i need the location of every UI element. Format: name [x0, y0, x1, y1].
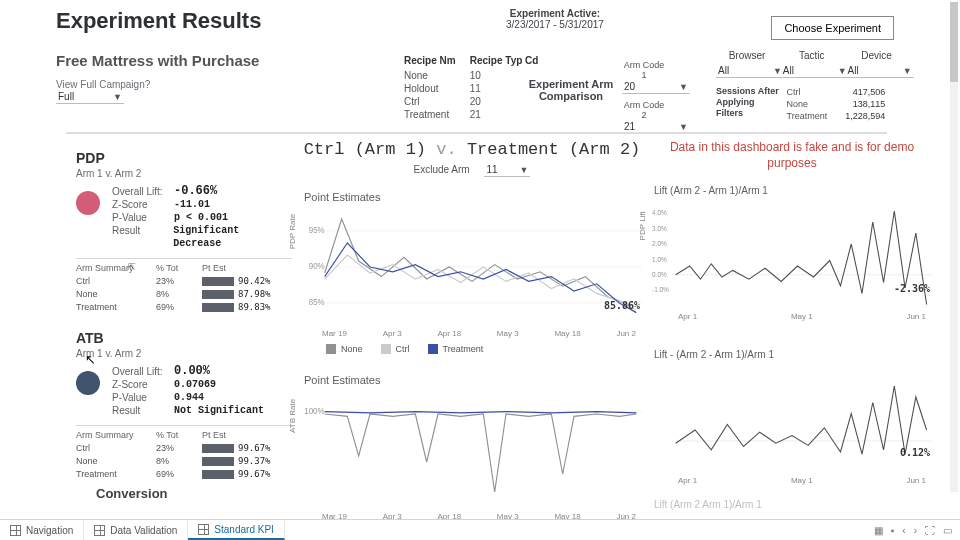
lift-column: Data in this dashboard is fake and is fo… — [652, 140, 932, 514]
kpi-subtitle: Arm 1 v. Arm 2 — [76, 348, 292, 359]
filters: Browser All▼ Tactic All▼ Device All▼ — [716, 50, 908, 78]
x-axis: Mar 19Apr 3Apr 18May 3May 18Jun 2 — [302, 327, 642, 338]
device-filter-dropdown[interactable]: All▼ — [846, 64, 914, 78]
sheet-tab-bar: Navigation Data Validation Standard KPI … — [0, 519, 960, 540]
chart-legend: None Ctrl Treatment — [326, 344, 642, 354]
tab-navigation[interactable]: Navigation — [0, 520, 84, 540]
arm-row: Ctrl23%90.42% — [76, 276, 292, 286]
caret-down-icon: ▼ — [679, 82, 688, 92]
recipe-row: Treatment21 — [404, 108, 552, 121]
arm-code-2-label: Arm Code 2 — [622, 100, 666, 120]
svg-text:2.0%: 2.0% — [652, 240, 667, 247]
kpi-column: PDP Arm 1 v. Arm 2 Overall Lift:-0.66% Z… — [76, 140, 292, 497]
caret-down-icon: ▼ — [679, 122, 688, 132]
kpi-subtitle: Arm 1 v. Arm 2 — [76, 168, 292, 179]
bar-icon — [202, 303, 234, 312]
arm-summary-table: Arm Summary % Tot ⇱Pt Est Ctrl23%90.42% … — [76, 258, 292, 312]
arm-code-1-label: Arm Code 1 — [622, 60, 666, 80]
kpi-conversion-title: Conversion — [96, 486, 292, 501]
show-filmstrip-icon[interactable]: ▦ — [874, 525, 883, 536]
view-full-dropdown[interactable]: Full ▼ — [56, 90, 124, 104]
arm-row: Ctrl23%99.67% — [76, 443, 292, 453]
pdp-lift-chart: Lift (Arm 2 - Arm 1)/Arm 1 PDP Lift 4.0%… — [652, 185, 932, 321]
svg-text:0.0%: 0.0% — [652, 271, 667, 278]
tab-controls: ▦ ▪ ‹ › ⛶ ▭ — [866, 525, 960, 536]
tab-data-validation[interactable]: Data Validation — [84, 520, 188, 540]
end-label: 0.12% — [900, 447, 930, 458]
svg-text:85%: 85% — [309, 298, 325, 307]
arm-comparison: Experiment Arm Comparison Arm Code 1 20▼… — [526, 66, 616, 102]
pdp-point-estimate-chart: Point Estimates PDP Rate 95% 90% 85% — [302, 191, 642, 354]
svg-text:4.0%: 4.0% — [652, 210, 667, 217]
sessions-label: Sessions After Applying Filters — [716, 86, 782, 119]
legend-swatch-icon — [326, 344, 336, 354]
grid-icon — [94, 525, 105, 536]
x-axis: Apr 1May 1Jun 1 — [652, 310, 932, 321]
main-area: PDP Arm 1 v. Arm 2 Overall Lift:-0.66% Z… — [56, 140, 940, 516]
caret-down-icon: ▼ — [113, 92, 122, 102]
exclude-arm-dropdown[interactable]: 11▼ — [484, 163, 530, 177]
exclude-arm: Exclude Arm 11▼ — [302, 163, 642, 177]
recipe-hdr-nm: Recipe Nm — [404, 54, 470, 69]
arm-code-1-dropdown[interactable]: 20▼ — [622, 80, 690, 94]
header: Experiment Results Free Mattress with Pu… — [56, 8, 940, 128]
experiment-active: Experiment Active: 3/23/2017 - 5/31/2017 — [506, 8, 604, 30]
end-label: 85.86% — [604, 300, 640, 311]
bar-icon — [202, 470, 234, 479]
show-tabs-icon[interactable]: ▪ — [891, 525, 895, 536]
choose-experiment-button[interactable]: Choose Experiment — [771, 16, 894, 40]
point-estimate-column: Ctrl (Arm 1) v. Treatment (Arm 2) Exclud… — [302, 140, 642, 540]
arm-row: None8%87.98% — [76, 289, 292, 299]
caret-down-icon: ▼ — [520, 165, 529, 175]
next-sheet-icon[interactable]: › — [914, 525, 917, 536]
atb-lift-chart: Lift - (Arm 2 - Arm 1)/Arm 1 0.12% Apr 1… — [652, 349, 932, 485]
share-icon[interactable]: ⇱ — [128, 262, 208, 272]
svg-text:1.0%: 1.0% — [652, 256, 667, 263]
device-filter-label: Device — [846, 50, 908, 61]
browser-filter-label: Browser — [716, 50, 778, 61]
kpi-pdp: PDP Arm 1 v. Arm 2 Overall Lift:-0.66% Z… — [76, 150, 292, 312]
vertical-scrollbar[interactable]: ▴ — [950, 2, 958, 492]
grid-icon — [10, 525, 21, 536]
line-chart-icon: 100% — [302, 390, 642, 510]
atb-point-estimate-chart: Point Estimates ATB Rate 100% Mar 19Apr … — [302, 374, 642, 521]
kpi-atb: ATB Arm 1 v. Arm 2 Overall Lift:0.00% Z-… — [76, 330, 292, 479]
fullscreen-icon[interactable]: ⛶ — [925, 525, 935, 536]
arm-comparison-title: Experiment Arm Comparison — [526, 78, 616, 102]
line-chart-icon: 95% 90% 85% — [302, 207, 642, 327]
tab-standard-kpi[interactable]: Standard KPI — [188, 520, 284, 540]
prev-sheet-icon[interactable]: ‹ — [902, 525, 905, 536]
svg-text:90%: 90% — [309, 262, 325, 271]
tactic-filter-dropdown[interactable]: All▼ — [781, 64, 849, 78]
x-axis: Apr 1May 1Jun 1 — [652, 474, 932, 485]
scrollbar-thumb[interactable] — [950, 2, 958, 82]
status-dot-icon — [76, 371, 100, 395]
caret-down-icon: ▼ — [903, 66, 912, 76]
svg-text:95%: 95% — [309, 226, 325, 235]
bar-icon — [202, 277, 234, 286]
comparison-title: Ctrl (Arm 1) v. Treatment (Arm 2) — [302, 140, 642, 159]
tactic-filter-label: Tactic — [781, 50, 843, 61]
browser-filter-dropdown[interactable]: All▼ — [716, 64, 784, 78]
sessions-summary: Sessions After Applying Filters Ctrl417,… — [716, 86, 885, 122]
dashboard-frame: ▴ Experiment Results Free Mattress with … — [0, 0, 960, 540]
demo-warning: Data in this dashboard is fake and is fo… — [652, 140, 932, 171]
end-label: -2.36% — [894, 283, 930, 294]
presentation-icon[interactable]: ▭ — [943, 525, 952, 536]
arm-row: None8%99.37% — [76, 456, 292, 466]
arm-row: Treatment69%99.67% — [76, 469, 292, 479]
svg-text:3.0%: 3.0% — [652, 225, 667, 232]
legend-swatch-icon — [381, 344, 391, 354]
svg-text:-1.0%: -1.0% — [652, 287, 669, 294]
experiment-active-dates: 3/23/2017 - 5/31/2017 — [506, 19, 604, 30]
experiment-active-label: Experiment Active: — [506, 8, 604, 19]
conversion-lift-chart: Lift (Arm 2 Arm 1)/Arm 1 — [652, 499, 932, 510]
bar-icon — [202, 444, 234, 453]
bar-icon — [202, 290, 234, 299]
kpi-title: ATB — [76, 330, 292, 346]
svg-text:100%: 100% — [304, 407, 324, 416]
line-chart-icon — [652, 364, 932, 474]
status-dot-icon — [76, 191, 100, 215]
header-divider — [66, 132, 887, 134]
legend-swatch-icon — [428, 344, 438, 354]
